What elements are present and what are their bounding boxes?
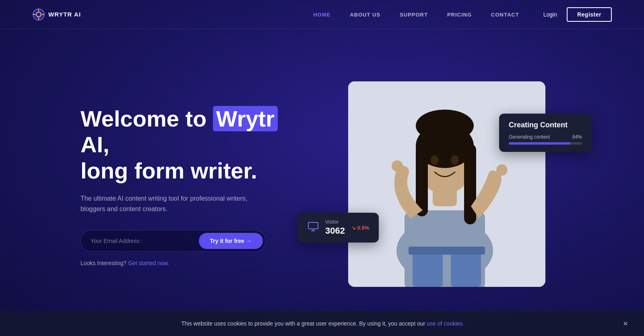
interesting-text: Looks Interesting? Get started now.: [80, 260, 290, 266]
navbar: WRYTR AI HOME ABOUT US SUPPORT PRICING C…: [0, 0, 644, 29]
email-form: Try it for free →: [80, 230, 266, 252]
nav-links: HOME ABOUT US SUPPORT PRICING CONTACT: [313, 11, 519, 18]
logo-text: WRYTR AI: [48, 11, 81, 18]
progress-percent: 84%: [572, 134, 582, 140]
hero-subtext: The ultimate AI content writing tool for…: [80, 193, 258, 214]
nav-item-contact[interactable]: CONTACT: [491, 11, 519, 18]
cookie-close-button[interactable]: ×: [623, 319, 628, 328]
nav-link-home[interactable]: HOME: [313, 12, 330, 18]
visitor-info: Visitor 3062: [325, 219, 345, 236]
cookie-link[interactable]: use of cookies: [427, 320, 463, 327]
nav-item-home[interactable]: HOME: [313, 11, 330, 18]
progress-text: Generating content: [509, 134, 550, 140]
hero-right: Creating Content Generating content 84% …: [306, 81, 588, 291]
monitor-icon: [308, 221, 319, 234]
logo-icon: [32, 8, 45, 21]
svg-rect-22: [308, 222, 318, 229]
visitor-count: 3062: [325, 226, 345, 236]
person-illustration: [348, 81, 545, 287]
svg-rect-19: [413, 251, 443, 287]
content-card: Creating Content Generating content 84%: [499, 114, 592, 152]
nav-link-pricing[interactable]: PRICING: [447, 12, 472, 18]
heading-post: AI,: [80, 132, 109, 157]
heading-pre: Welcome to: [80, 106, 213, 131]
nav-item-pricing[interactable]: PRICING: [447, 11, 472, 18]
svg-point-16: [451, 155, 459, 165]
nav-auth: Login Register: [543, 7, 612, 22]
visitor-label: Visitor: [325, 219, 345, 225]
hero-heading: Welcome to Wrytr AI, long form writer.: [80, 106, 290, 184]
svg-point-18: [496, 164, 508, 176]
svg-rect-21: [409, 247, 485, 255]
register-button[interactable]: Register: [567, 7, 612, 22]
try-free-button[interactable]: Try it for free →: [199, 233, 263, 249]
nav-link-contact[interactable]: CONTACT: [491, 12, 519, 18]
nav-item-about[interactable]: ABOUT US: [350, 11, 380, 18]
nav-link-support[interactable]: SUPPORT: [400, 12, 428, 18]
get-started-link[interactable]: Get started now.: [128, 260, 169, 266]
svg-point-14: [416, 110, 474, 142]
logo[interactable]: WRYTR AI: [32, 8, 81, 21]
cookie-message: This website uses cookies to provide you…: [181, 320, 425, 327]
svg-rect-13: [464, 144, 476, 224]
svg-point-17: [392, 160, 403, 172]
heading-highlight: Wrytr: [213, 106, 278, 131]
cookie-bar: This website uses cookies to provide you…: [0, 311, 644, 336]
nav-link-about[interactable]: ABOUT US: [350, 12, 380, 18]
svg-rect-20: [451, 251, 481, 287]
progress-bar-fill: [509, 142, 570, 145]
hero-left: Welcome to Wrytr AI, long form writer. T…: [80, 106, 306, 266]
visitor-card: Visitor 3062 ↘ 0.5%: [298, 213, 379, 243]
nav-item-support[interactable]: SUPPORT: [400, 11, 428, 18]
email-input[interactable]: [91, 234, 199, 247]
progress-label-row: Generating content 84%: [509, 134, 582, 140]
hero-image-card: [348, 81, 545, 287]
svg-point-15: [431, 155, 439, 165]
looks-interesting-label: Looks Interesting?: [80, 260, 126, 266]
login-button[interactable]: Login: [543, 11, 557, 18]
cookie-text: This website uses cookies to provide you…: [181, 319, 463, 328]
content-card-title: Creating Content: [509, 121, 582, 129]
hero-section: Welcome to Wrytr AI, long form writer. T…: [0, 29, 644, 319]
heading-line2: long form writer.: [80, 158, 257, 183]
visitor-change: ↘ 0.5%: [351, 225, 369, 231]
progress-bar-background: [509, 142, 582, 145]
